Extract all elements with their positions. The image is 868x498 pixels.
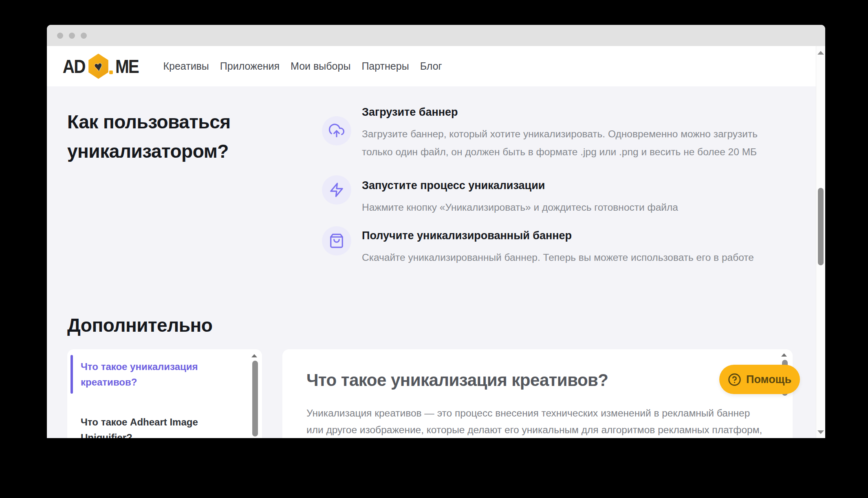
article-title: Что такое уникализация креативов?: [306, 370, 608, 390]
howto-title: Как пользоваться уникализатором?: [67, 107, 279, 166]
scroll-up-arrow[interactable]: [817, 51, 824, 55]
heart-icon: ♥: [93, 59, 104, 73]
window-minimize-button[interactable]: [69, 33, 75, 39]
page-content: AD ♥ ME Креативы Приложения Мои выборы П…: [47, 46, 816, 438]
faq-menu-card: Что такое уникализация креативов? Что та…: [67, 349, 262, 438]
nav-item-partners[interactable]: Партнеры: [361, 60, 409, 72]
additional-title: Дополнительно: [67, 314, 212, 336]
logo-text-suffix: ME: [115, 55, 139, 77]
lightning-icon: [322, 175, 351, 205]
menu-scrollbar-thumb[interactable]: [252, 361, 258, 436]
window-titlebar: [47, 25, 825, 46]
article-card: Что такое уникализация креативов? Уникал…: [282, 349, 793, 438]
step-3: Получите уникализированный баннер Скачай…: [362, 229, 786, 267]
logo-dot: [109, 71, 113, 74]
help-button[interactable]: Помощь: [719, 365, 800, 394]
logo-hexagon: ♥: [87, 54, 109, 79]
browser-scrollbar[interactable]: [816, 46, 825, 438]
help-button-label: Помощь: [746, 373, 791, 386]
step-1: Загрузите баннер Загрузите баннер, котор…: [362, 106, 786, 161]
step-1-title: Загрузите баннер: [362, 106, 786, 119]
step-2-title: Запустите процесс уникализации: [362, 179, 786, 192]
menu-scroll-up-arrow[interactable]: [251, 354, 257, 357]
top-navbar: AD ♥ ME Креативы Приложения Мои выборы П…: [47, 46, 816, 86]
article-scroll-up-arrow[interactable]: [781, 353, 787, 357]
menu-item-what-is-image-uniquifier[interactable]: Что такое Adheart Image Uniquifier?: [81, 414, 231, 438]
step-1-body: Загрузите баннер, который хотите уникали…: [362, 125, 786, 161]
bag-icon: [322, 226, 351, 256]
scroll-down-arrow[interactable]: [817, 430, 824, 434]
menu-item-what-is-uniquification[interactable]: Что такое уникализация креативов?: [81, 359, 231, 390]
nav-item-my-picks[interactable]: Мои выборы: [291, 60, 350, 72]
active-item-indicator: [70, 355, 73, 394]
step-2-body: Нажмите кнопку «Уникализировать» и дожди…: [362, 198, 786, 216]
nav-item-creatives[interactable]: Креативы: [163, 60, 209, 72]
article-body: Уникализация креативов — это процесс вне…: [306, 405, 767, 438]
window-maximize-button[interactable]: [81, 33, 87, 39]
browser-window: AD ♥ ME Креативы Приложения Мои выборы П…: [47, 25, 825, 438]
step-2: Запустите процесс уникализации Нажмите к…: [362, 179, 786, 216]
cloud-upload-icon: [322, 116, 351, 145]
step-3-title: Получите уникализированный баннер: [362, 229, 786, 242]
window-close-button[interactable]: [57, 33, 63, 39]
nav-item-blog[interactable]: Блог: [420, 60, 442, 72]
adheart-logo[interactable]: AD ♥ ME: [61, 54, 140, 79]
browser-scrollbar-thumb[interactable]: [818, 188, 824, 265]
desktop-background: AD ♥ ME Креативы Приложения Мои выборы П…: [0, 0, 868, 498]
nav-links: Креативы Приложения Мои выборы Партнеры …: [163, 60, 442, 72]
nav-item-apps[interactable]: Приложения: [220, 60, 280, 72]
question-icon: [728, 373, 741, 386]
step-3-body: Скачайте уникализированный баннер. Тепер…: [362, 249, 786, 267]
logo-text-prefix: AD: [63, 55, 85, 77]
